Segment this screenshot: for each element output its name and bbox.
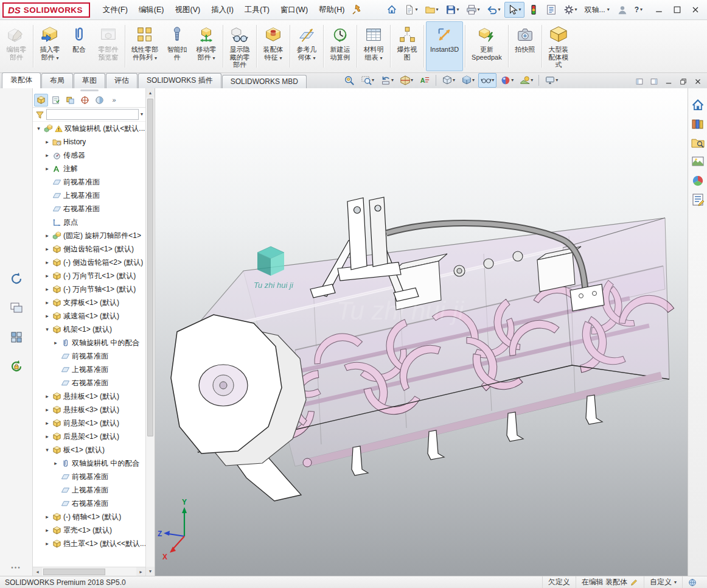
close-document-button[interactable] bbox=[691, 76, 705, 87]
menu-window[interactable]: 窗口(W) bbox=[275, 1, 313, 19]
tree-item[interactable]: ▸挡土罩<1> (默认<<默认... bbox=[33, 537, 145, 550]
home-button[interactable] bbox=[383, 2, 400, 18]
expand-arrow-icon[interactable]: ▸ bbox=[44, 407, 50, 413]
mate-button[interactable]: 配合 bbox=[64, 21, 94, 71]
pin-menu-icon[interactable] bbox=[351, 4, 363, 16]
display-pane-button[interactable] bbox=[9, 300, 24, 316]
displaymanager-tab[interactable] bbox=[92, 94, 106, 107]
assembly-features-button[interactable]: 装配体特征 ▾ bbox=[259, 21, 288, 71]
quick-view-grid-button[interactable] bbox=[9, 329, 24, 345]
expand-arrow-icon[interactable]: ▸ bbox=[44, 514, 50, 520]
new-document-button[interactable]: ▾ bbox=[401, 2, 421, 18]
large-assembly-mode-button[interactable]: 大型装配体模式 bbox=[544, 21, 573, 71]
tree-item[interactable]: 前视基准面 bbox=[33, 470, 145, 483]
linear-component-pattern-button[interactable]: 线性零部件阵列 ▾ bbox=[127, 21, 162, 71]
tree-item[interactable]: 上视基准面 bbox=[33, 363, 145, 376]
tree-vertical-scrollbar[interactable]: ▴ ▾ bbox=[145, 88, 155, 576]
expand-arrow-icon[interactable]: ▸ bbox=[44, 393, 50, 399]
status-custom[interactable]: 自定义▾ bbox=[644, 576, 682, 588]
filter-input[interactable] bbox=[46, 109, 139, 120]
expand-arrow-icon[interactable]: ▸ bbox=[44, 299, 50, 306]
save-button[interactable]: ▾ bbox=[442, 2, 462, 18]
tab-sketch[interactable]: 草图 bbox=[74, 73, 105, 88]
tree-item[interactable]: ▸注解 bbox=[33, 162, 145, 175]
panel-splitter[interactable] bbox=[33, 88, 145, 93]
horizontal-scroll-thumb[interactable] bbox=[43, 569, 105, 575]
show-hidden-components-button[interactable]: 显示隐藏的零部件 bbox=[225, 21, 254, 71]
taskpane-custom-properties-button[interactable] bbox=[691, 192, 705, 207]
select-tool-button[interactable]: ▾ bbox=[504, 2, 524, 18]
print-button[interactable]: ▾ bbox=[463, 2, 483, 18]
tree-item[interactable]: ▸双轴旋耕机 中的配合 bbox=[33, 457, 145, 470]
menu-tools[interactable]: 工具(T) bbox=[239, 1, 275, 19]
tree-item[interactable]: 右视基准面 bbox=[33, 376, 145, 390]
zoom-to-area-button[interactable]: ▾ bbox=[358, 73, 377, 88]
close-window-button[interactable] bbox=[686, 2, 705, 18]
update-speedpak-button[interactable]: 更新Speedpak bbox=[467, 21, 506, 71]
tree-item[interactable]: ▸传感器 bbox=[33, 149, 145, 162]
file-properties-button[interactable] bbox=[543, 2, 560, 18]
taskpane-appearances-scenes-button[interactable] bbox=[691, 173, 705, 188]
expand-arrow-icon[interactable]: ▸ bbox=[44, 273, 50, 279]
tree-item[interactable]: ▸History bbox=[33, 135, 145, 149]
featuremanager-tab[interactable] bbox=[34, 94, 48, 107]
tree-item[interactable]: ▸(-) 万向节轴<1> (默认) bbox=[33, 282, 145, 296]
tile-pane-left-button[interactable] bbox=[633, 76, 646, 87]
tree-item[interactable]: 上视基准面 bbox=[33, 483, 145, 497]
taskpane-home-button[interactable] bbox=[691, 98, 705, 113]
tree-item[interactable]: ▾板<1> (默认) bbox=[33, 443, 145, 457]
zoom-to-fit-button[interactable] bbox=[341, 73, 357, 88]
tree-item[interactable]: ▸(-) 侧边齿轮箱<2> (默认) bbox=[33, 256, 145, 269]
view-rollback-button[interactable] bbox=[9, 271, 24, 287]
model-canvas[interactable]: Tu zhi hui ji Tu zhi hui ji Y Z X bbox=[155, 88, 688, 576]
expand-arrow-icon[interactable]: ▸ bbox=[52, 460, 59, 466]
vertical-scroll-thumb[interactable] bbox=[147, 99, 153, 436]
tree-item[interactable]: ▸前悬架<1> (默认) bbox=[33, 416, 145, 430]
tab-evaluate[interactable]: 评估 bbox=[106, 73, 138, 88]
scroll-up-button[interactable]: ▴ bbox=[146, 88, 155, 97]
tree-item[interactable]: ▸(固定) 旋耕刀轴部件<1> bbox=[33, 229, 145, 242]
left-strip-overflow[interactable]: ••• bbox=[0, 564, 32, 571]
taskpane-design-library-button[interactable] bbox=[691, 117, 705, 131]
expand-arrow-icon[interactable]: ▾ bbox=[44, 326, 50, 332]
minimize-document-button[interactable] bbox=[662, 76, 675, 87]
tree-item[interactable]: 上视基准面 bbox=[33, 189, 145, 202]
expand-arrow-icon[interactable]: ▸ bbox=[44, 420, 50, 426]
status-tag[interactable] bbox=[682, 576, 702, 588]
view-orientation-button[interactable]: ▾ bbox=[439, 73, 458, 88]
scroll-down-button[interactable]: ▾ bbox=[146, 567, 155, 576]
expand-arrow-icon[interactable]: ▸ bbox=[44, 433, 50, 439]
menu-view[interactable]: 视图(V) bbox=[169, 1, 206, 19]
view-lock-button[interactable] bbox=[9, 359, 24, 374]
move-component-button[interactable]: 移动零部件 ▾ bbox=[192, 21, 221, 71]
filter-dropdown-icon[interactable]: ▾ bbox=[141, 112, 143, 117]
status-under-defined[interactable]: 欠定义 bbox=[542, 576, 576, 588]
tab-layout[interactable]: 布局 bbox=[41, 73, 73, 88]
open-document-button[interactable]: ▾ bbox=[422, 2, 442, 18]
rebuild-button[interactable] bbox=[525, 2, 542, 18]
expand-arrow-icon[interactable]: ▾ bbox=[44, 447, 50, 453]
expand-arrow-icon[interactable]: ▸ bbox=[44, 139, 50, 145]
menu-insert[interactable]: 插入(I) bbox=[206, 1, 239, 19]
exploded-view-button[interactable]: 爆炸视图 bbox=[392, 21, 422, 71]
scroll-left-button[interactable]: ◂ bbox=[33, 567, 42, 576]
display-style-button[interactable]: ▾ bbox=[459, 73, 477, 88]
dimxpertmanager-tab[interactable] bbox=[78, 94, 92, 107]
new-motion-study-button[interactable]: 新建运动算例 bbox=[326, 21, 355, 71]
expand-arrow-icon[interactable]: ▸ bbox=[44, 166, 50, 172]
tree-item[interactable]: 前视基准面 bbox=[33, 349, 145, 363]
reference-geometry-button[interactable]: 参考几何体 ▾ bbox=[292, 21, 321, 71]
minimize-window-button[interactable] bbox=[650, 2, 668, 18]
expand-arrow-icon[interactable]: ▸ bbox=[44, 259, 50, 265]
tree-item[interactable]: ▾双轴旋耕机 (默认<默认... bbox=[33, 122, 145, 135]
apply-scene-button[interactable]: ▾ bbox=[517, 73, 535, 88]
expand-arrow-icon[interactable]: ▸ bbox=[44, 541, 50, 547]
take-snapshot-button[interactable]: 拍快照 bbox=[510, 21, 540, 71]
tree-item[interactable]: ▸悬挂板<3> (默认) bbox=[33, 403, 145, 416]
graphics-area[interactable]: Tu zhi hui ji Tu zhi hui ji Y Z X bbox=[155, 88, 688, 576]
expand-arrow-icon[interactable]: ▸ bbox=[44, 286, 50, 292]
expand-arrow-icon[interactable]: ▸ bbox=[52, 340, 59, 346]
tree-item[interactable]: ▸减速箱<1> (默认) bbox=[33, 309, 145, 323]
instant3d-button[interactable]: Instant3D bbox=[426, 21, 463, 71]
expand-arrow-icon[interactable]: ▸ bbox=[44, 313, 50, 319]
